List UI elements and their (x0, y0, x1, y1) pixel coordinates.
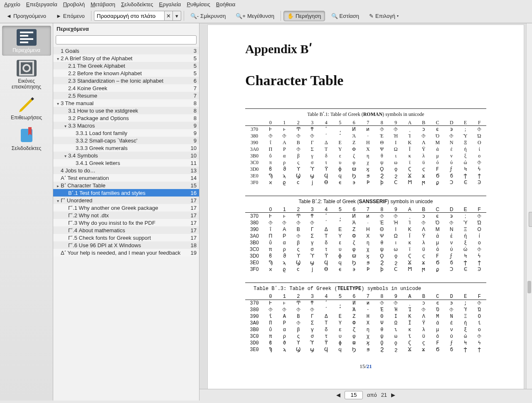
contents-panel: Περιεχόμενα 1 Goals3▾2 A Brief Story of … (53, 23, 200, 401)
zoom-input[interactable] (94, 11, 165, 21)
toc-item[interactable]: ▸Βʹ Character Table15 (53, 182, 199, 189)
focus-label: Εστίαση (340, 13, 360, 19)
zoom-in-button[interactable]: 🔍+ Μεγέθυνση (232, 11, 278, 21)
next-button[interactable]: ► Επόμενο (52, 11, 89, 21)
page-prev-icon[interactable]: ◀ (336, 392, 340, 398)
toc-item[interactable]: 1 Goals3 (53, 47, 199, 54)
document-viewer: Appendix Bʹ Character Table Table Bʹ.1: … (200, 23, 532, 401)
toc-item[interactable]: 3.3.1 Load font family9 (53, 129, 199, 137)
toc-item[interactable]: Γʹ.2 Why not .dtx17 (53, 211, 199, 219)
toc-item[interactable]: Γʹ.6 Use 96 DPI at X Windows18 (53, 241, 199, 249)
toolbar: ◄ Προηγούμενο ► Επόμενο ✕ ▾ 🔍- Σμίκρυνση… (0, 9, 532, 23)
sidebar-tabs: Περιεχόμενα Εικόνες επισκόπησης Επιθεωρή… (0, 23, 53, 401)
select-label: Επιλογή (375, 13, 395, 19)
menu-Ρυθμίσεις[interactable]: Ρυθμίσεις (187, 1, 210, 7)
panel-title: Περιεχόμενα (53, 23, 199, 34)
svg-rect-0 (20, 61, 33, 75)
toc-item[interactable]: Δʹ Your help is needed, and I mean your … (53, 249, 199, 256)
browse-tool-button[interactable]: ✋ Περιήγηση (283, 11, 325, 21)
toc-item[interactable]: Γʹ.1 Why another one Greek package17 (53, 204, 199, 211)
status-bar: ◀ από 21 ▶ (200, 389, 532, 401)
toc-item[interactable]: 3.3.3 Greek numerals10 (53, 144, 199, 152)
toc-tree[interactable]: 1 Goals3▾2 A Brief Story of the Alphabet… (53, 47, 199, 401)
tab-bookmarks[interactable]: Σελιδοδείκτες (2, 124, 51, 154)
chapter-heading: Character Table (245, 73, 486, 88)
arrow-right-icon: ► (56, 13, 62, 19)
toc-item[interactable]: ▾2 A Brief Story of the Alphabet5 (53, 54, 199, 62)
magnify-icon: 🔍 (331, 13, 338, 19)
zoom-out-button[interactable]: 🔍- Σμίκρυνση (187, 11, 230, 21)
toc-item[interactable]: 3.3.2 Small-caps `\fakesc'9 (53, 137, 199, 144)
menu-Σελιδοδείκτες[interactable]: Σελιδοδείκτες (121, 1, 153, 7)
toc-item[interactable]: ▾3.3 Macros9 (53, 122, 199, 129)
tab-contents-label: Περιεχόμενα (3, 47, 50, 53)
chevron-down-icon: ▾ (397, 14, 399, 18)
scrollbar-vertical[interactable] (526, 23, 532, 389)
toc-item[interactable]: 2.2 Before the known Alphabet5 (53, 69, 199, 77)
prev-label: Προηγούμενο (13, 13, 46, 19)
table1-caption: Table Bʹ.1: Table of Greek (ROMAN) symbo… (245, 109, 486, 119)
toc-item[interactable]: 3.2 Package and Options8 (53, 114, 199, 122)
toc-item[interactable]: 3.1 How to use the xstdgreek8 (53, 107, 199, 114)
toc-item[interactable]: Γʹ.5 Check fonts for Greek support17 (53, 234, 199, 241)
toc-item[interactable]: Γʹ.4 About mathematics17 (53, 226, 199, 234)
zoom-out-label: Σμίκρυνση (200, 13, 226, 19)
svg-point-1 (23, 65, 30, 71)
table-roman: Table Bʹ.1: Table of Greek (ROMAN) symbo… (245, 108, 486, 186)
tab-contents[interactable]: Περιεχόμενα (2, 26, 51, 56)
zoom-select[interactable]: ✕ ▾ (94, 10, 181, 21)
tab-thumbnails[interactable]: Εικόνες επισκόπησης (2, 57, 51, 92)
page-scroll[interactable]: Appendix Bʹ Character Table Table Bʹ.1: … (200, 23, 532, 401)
menubar: ΑρχείοΕπεξεργασίαΠροβολήΜετάβασηΣελιδοδε… (0, 0, 532, 9)
page-next-icon[interactable]: ▶ (391, 392, 395, 398)
contents-icon (17, 29, 37, 46)
page: Appendix Bʹ Character Table Table Bʹ.1: … (208, 25, 524, 401)
page-input[interactable] (345, 391, 363, 399)
pencil-icon (17, 96, 37, 113)
toc-item[interactable]: 4 Jobs to do…13 (53, 167, 199, 174)
table2-caption: Table Bʹ.2: Table of Greek (SANSSERIF) s… (245, 196, 486, 206)
toc-item[interactable]: ▾3 The manual8 (53, 99, 199, 107)
toc-item[interactable]: ▾3.4 Symbols10 (53, 152, 199, 159)
zoom-dropdown-icon[interactable]: ▾ (173, 11, 181, 21)
toc-item[interactable]: 2.3 Standardization – the Ionic alphabet… (53, 77, 199, 84)
thumbnails-icon (17, 60, 37, 76)
arrow-left-icon: ◄ (6, 13, 12, 19)
prev-button[interactable]: ◄ Προηγούμενο (2, 11, 50, 21)
hand-icon: ✋ (287, 13, 294, 19)
toc-item[interactable]: ▾Γʹ Unordered17 (53, 197, 199, 204)
tab-thumbnails-label: Εικόνες επισκόπησης (3, 78, 50, 90)
total-pages: 21 (381, 392, 387, 398)
menu-Βοήθεια[interactable]: Βοήθεια (216, 1, 236, 7)
table3-caption: Table Bʹ.3: Table of Greek (TELETYPE) sy… (245, 283, 486, 293)
zoom-in-label: Μεγέθυνση (247, 13, 274, 19)
clear-zoom-icon[interactable]: ✕ (165, 11, 173, 21)
menu-Επεξεργασία[interactable]: Επεξεργασία (26, 1, 57, 7)
zoom-out-icon: 🔍- (190, 13, 199, 19)
toc-item[interactable]: 2.1 The Greek Alphabet5 (53, 62, 199, 69)
table-sansserif: Table Bʹ.2: Table of Greek (SANSSERIF) s… (245, 196, 486, 273)
toc-item[interactable]: Αʹ Test enumeration14 (53, 174, 199, 182)
side-panel-handle[interactable] (529, 212, 532, 227)
focus-tool-button[interactable]: 🔍 Εστίαση (328, 11, 363, 21)
table-teletype: Table Bʹ.3: Table of Greek (TELETYPE) sy… (245, 283, 486, 353)
appendix-heading: Appendix Bʹ (245, 42, 486, 56)
menu-Μετάβαση[interactable]: Μετάβαση (91, 1, 115, 7)
toc-item[interactable]: Βʹ.1 Test font families and styles16 (53, 189, 199, 197)
bookmark-icon (17, 127, 37, 144)
toc-item[interactable]: 2.4 Koine Greek7 (53, 84, 199, 92)
toc-item[interactable]: 3.4.1 Greek letters11 (53, 159, 199, 167)
toc-search-input[interactable] (56, 35, 197, 44)
menu-Εργαλεία[interactable]: Εργαλεία (159, 1, 181, 7)
tab-reviews[interactable]: Επιθεωρήσεις (2, 93, 51, 123)
toc-item[interactable]: 2.5 Resume7 (53, 92, 199, 99)
scrollbar-thumb[interactable] (527, 281, 531, 293)
menu-Προβολή[interactable]: Προβολή (63, 1, 85, 7)
page-number: 15/21 (245, 363, 486, 370)
toc-item[interactable]: Γʹ.3 Why do you insist to fix the PDF17 (53, 219, 199, 226)
zoom-in-icon: 🔍+ (236, 13, 246, 19)
next-label: Επόμενο (63, 13, 85, 19)
menu-Αρχείο[interactable]: Αρχείο (4, 1, 20, 7)
tab-bookmarks-label: Σελιδοδείκτες (3, 145, 50, 151)
select-tool-button[interactable]: ✎ Επιλογή ▾ (365, 11, 402, 21)
